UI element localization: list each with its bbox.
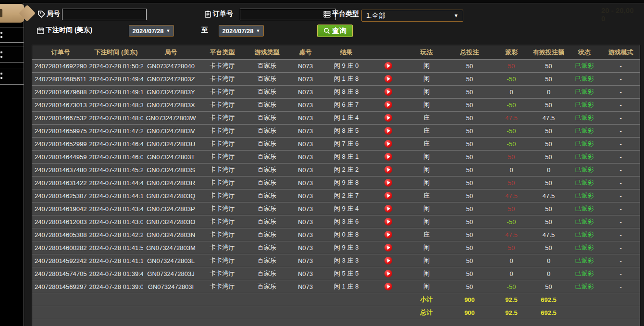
cell-total_bet: 50	[447, 189, 493, 202]
cell-total_bet: 50	[447, 99, 493, 112]
replay-play-icon[interactable]	[384, 114, 392, 122]
replay-play-icon[interactable]	[384, 192, 392, 200]
total-total_bet: 900	[447, 306, 493, 319]
replay-play-icon[interactable]	[384, 205, 392, 213]
play-triangle-icon	[387, 77, 390, 81]
cell-valid_bet: 50	[531, 176, 567, 189]
total-empty-cell	[32, 306, 89, 319]
cell-valid_bet: 0	[531, 254, 567, 267]
replay-play-icon[interactable]	[384, 179, 392, 187]
table-row: 2407280145747052024-07-28 01:39:41GN0732…	[32, 267, 640, 280]
cell-bet_time: 2024-07-28 01:43:40	[89, 202, 143, 215]
replay-play-icon[interactable]	[384, 62, 392, 70]
cell-status: 已派彩	[567, 163, 602, 176]
sidebar-tab-3[interactable]	[0, 68, 24, 85]
cell-replay	[370, 241, 407, 254]
replay-play-icon[interactable]	[384, 166, 392, 174]
cell-result: 闲 8 庄 8	[323, 86, 370, 99]
subtotal-row: 小计90092.5692.5	[32, 293, 640, 306]
table-row: 2407280146922902024-07-28 01:50:27GN0732…	[32, 60, 640, 73]
cell-mode: -	[602, 176, 640, 189]
total-empty-cell	[199, 306, 246, 319]
sidebar-tab-active[interactable]	[0, 4, 24, 23]
cell-order_no: 240728014631422	[32, 176, 89, 189]
cell-replay	[370, 189, 407, 202]
table-row: 2407280146599752024-07-28 01:47:23GN0732…	[32, 125, 640, 138]
replay-play-icon[interactable]	[384, 140, 392, 148]
replay-play-icon[interactable]	[384, 257, 392, 264]
round-no-label: 局号	[47, 10, 60, 18]
cell-replay	[370, 138, 407, 150]
sidebar-tab-1[interactable]	[0, 27, 24, 43]
cell-total_bet: 50	[447, 202, 493, 215]
cell-platform: 卡卡湾厅	[199, 73, 246, 86]
replay-play-icon[interactable]	[384, 244, 392, 251]
cell-replay	[370, 176, 407, 189]
column-header-status: 状态	[567, 45, 602, 60]
total-empty-cell	[246, 306, 288, 319]
replay-play-icon[interactable]	[384, 218, 392, 226]
empty-row	[32, 319, 640, 326]
date-from-picker[interactable]: 2024/07/28 ▼	[129, 25, 174, 37]
table-row: 2407280145922422024-07-28 01:41:15GN0732…	[32, 254, 640, 267]
replay-play-icon[interactable]	[384, 101, 392, 109]
bet-time-label: 下注时间 (美东)	[46, 26, 92, 35]
replay-play-icon[interactable]	[384, 88, 392, 96]
cell-replay	[370, 202, 407, 215]
replay-play-icon[interactable]	[384, 283, 392, 290]
cell-total_bet: 50	[447, 176, 493, 189]
cell-total_bet: 50	[447, 254, 493, 267]
cell-table_no: N073	[288, 60, 323, 73]
cell-platform: 卡卡湾厅	[199, 163, 246, 176]
cell-play: 闲	[407, 215, 447, 228]
total-payout: 92.5	[493, 306, 531, 319]
sidebar-tab-2[interactable]	[0, 47, 24, 63]
cell-result: 闲 9 庄 4	[323, 202, 370, 215]
cell-payout: -50	[493, 99, 531, 112]
clipboard-icon	[204, 10, 212, 18]
replay-play-icon[interactable]	[384, 231, 392, 238]
table-row: 2407280146314222024-07-28 01:44:48GN0732…	[32, 176, 640, 189]
cell-game_type: 百家乐	[246, 163, 288, 176]
cell-payout: 47.5	[493, 228, 531, 241]
cell-platform: 卡卡湾厅	[199, 176, 246, 189]
cell-status: 已派彩	[567, 254, 602, 267]
cell-status: 已派彩	[567, 189, 602, 202]
cell-game_type: 百家乐	[246, 228, 288, 241]
cell-platform: 卡卡湾厅	[199, 189, 246, 202]
query-button[interactable]: 查询	[317, 25, 353, 37]
replay-play-icon[interactable]	[384, 75, 392, 83]
cell-table_no: N073	[288, 86, 323, 99]
platform-type-select[interactable]: 1.全部 ▼	[361, 10, 463, 22]
cell-game_type: 百家乐	[246, 112, 288, 125]
replay-play-icon[interactable]	[384, 270, 392, 277]
cell-mode: -	[602, 99, 640, 112]
play-triangle-icon	[387, 272, 390, 276]
cell-total_bet: 50	[447, 163, 493, 176]
limit-watermark-line2: 0	[601, 14, 644, 23]
table-row: 2407280146730132024-07-28 01:48:36GN0732…	[32, 99, 640, 112]
column-header-round_no: 局号	[143, 45, 199, 60]
play-triangle-icon	[387, 194, 390, 198]
cell-replay	[370, 254, 407, 267]
date-from-value: 2024/07/28	[133, 27, 164, 35]
cell-payout: -50	[493, 125, 531, 138]
play-triangle-icon	[387, 246, 390, 250]
cell-play: 闲	[407, 86, 447, 99]
cell-play: 庄	[407, 125, 447, 138]
table-header-row: 订单号下注时间 (美东)局号平台类型游戏类型桌号结果玩法总投注派彩有效投注额状态…	[32, 45, 640, 60]
total-valid_bet: 692.5	[531, 306, 567, 319]
replay-play-icon[interactable]	[384, 153, 392, 161]
bet-records-table-container[interactable]: 订单号下注时间 (美东)局号平台类型游戏类型桌号结果玩法总投注派彩有效投注额状态…	[32, 45, 641, 326]
date-to-picker[interactable]: 2024/07/28 ▼	[219, 25, 264, 37]
cell-order_no: 240728014659975	[32, 125, 89, 138]
round-no-input[interactable]	[62, 9, 147, 20]
cell-result: 闲 1 庄 8	[323, 280, 370, 293]
replay-play-icon[interactable]	[384, 127, 392, 135]
cell-bet_time: 2024-07-28 01:45:22	[89, 163, 143, 176]
order-no-input[interactable]	[240, 9, 336, 20]
platform-type-selected-value: 1.全部	[366, 12, 385, 20]
cell-total_bet: 50	[447, 60, 493, 73]
cell-mode: -	[602, 73, 640, 86]
cell-table_no: N073	[288, 138, 323, 150]
